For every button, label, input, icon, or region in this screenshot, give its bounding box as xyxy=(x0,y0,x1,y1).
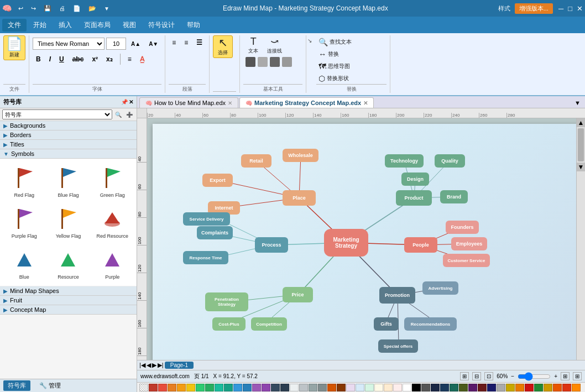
redo-btn[interactable]: ↪ xyxy=(28,4,39,13)
node-technology[interactable]: Technology xyxy=(385,154,424,168)
node-wholesale[interactable]: Wholesale xyxy=(283,149,318,162)
cs-24[interactable] xyxy=(365,384,374,391)
cs-44[interactable] xyxy=(553,384,562,391)
mind-map-btn[interactable]: 🗺 思维导图 xyxy=(316,61,352,72)
underline-btn[interactable]: U xyxy=(56,54,67,64)
font-grow-btn[interactable]: A▲ xyxy=(128,40,144,48)
cs-45[interactable] xyxy=(562,384,571,391)
cs-13[interactable] xyxy=(262,384,270,391)
cs-4[interactable] xyxy=(177,384,186,391)
cs-42[interactable] xyxy=(534,384,543,391)
select-tool-btn[interactable]: ↖ 选择 xyxy=(213,35,233,58)
sym-blue-shape[interactable]: Blue xyxy=(3,244,45,283)
cs-46[interactable] xyxy=(572,384,581,391)
list-btn[interactable]: ☰ xyxy=(193,38,206,48)
cs-20[interactable] xyxy=(327,384,336,391)
page-prev-btn[interactable]: ◀ xyxy=(147,362,151,369)
cs-38[interactable] xyxy=(497,384,505,391)
zoom-in-btn[interactable]: + xyxy=(554,373,557,379)
v-scroll-down[interactable]: ▼ xyxy=(577,163,585,171)
view-btn-2[interactable]: ⊟ xyxy=(472,372,481,380)
cs-22[interactable] xyxy=(346,384,355,391)
node-quality[interactable]: Quality xyxy=(435,154,465,168)
category-backgrounds[interactable]: ▶ Backgrounds xyxy=(0,121,137,130)
cs-41[interactable] xyxy=(525,384,534,391)
more-qa-btn[interactable]: ▼ xyxy=(101,4,113,13)
sym-red-flag[interactable]: Red Flag xyxy=(3,162,45,201)
v-scroll-thumb[interactable] xyxy=(578,128,584,161)
save-btn[interactable]: 💾 xyxy=(40,4,55,13)
font-shrink-btn[interactable]: A▼ xyxy=(145,40,161,48)
maximize-btn[interactable]: □ xyxy=(568,4,572,13)
cs-7[interactable] xyxy=(205,384,214,391)
cs-29[interactable] xyxy=(412,384,421,391)
connect-tool-btn[interactable]: ⤻ 连接线 xyxy=(264,35,284,56)
line-spacing-btn[interactable]: ≡ xyxy=(124,54,135,64)
close-btn[interactable]: ✕ xyxy=(577,4,583,13)
menu-file[interactable]: 文件 xyxy=(2,19,27,32)
cs-23[interactable] xyxy=(356,384,364,391)
menu-view[interactable]: 视图 xyxy=(117,19,142,32)
cs-33[interactable] xyxy=(450,384,458,391)
node-gifts[interactable]: Gifts xyxy=(374,317,399,331)
cs-11[interactable] xyxy=(243,384,252,391)
symbol-add-btn[interactable]: ➕ xyxy=(124,112,134,118)
panel-close-btn[interactable]: ✕ xyxy=(129,99,133,105)
node-promotion[interactable]: Promotion xyxy=(379,287,415,304)
category-fruit[interactable]: ▶ Fruit xyxy=(0,296,137,305)
align-center-btn[interactable]: ≡ xyxy=(181,38,191,48)
node-employees[interactable]: Employees xyxy=(451,237,487,250)
node-competition[interactable]: Competition xyxy=(251,317,287,331)
cs-32[interactable] xyxy=(440,384,449,391)
node-brand[interactable]: Brand xyxy=(440,190,468,203)
cs-2[interactable] xyxy=(158,384,167,391)
sym-lib-tab[interactable]: 符号库 xyxy=(3,380,30,391)
node-advertising[interactable]: Advertising xyxy=(422,281,458,295)
shape-light[interactable] xyxy=(258,57,268,67)
node-people[interactable]: People xyxy=(404,237,437,253)
node-penetration[interactable]: PenetrationStrategy xyxy=(205,292,248,311)
cs-31[interactable] xyxy=(431,384,440,391)
node-export[interactable]: Export xyxy=(202,174,233,187)
cs-14[interactable] xyxy=(271,384,280,391)
undo-btn[interactable]: ↩ xyxy=(15,4,27,13)
node-service-delivery[interactable]: Service Delivery xyxy=(183,212,230,226)
cs-25[interactable] xyxy=(374,384,383,391)
sym-yellow-flag[interactable]: Yellow Flag xyxy=(48,203,90,242)
node-retail[interactable]: Retail xyxy=(241,154,271,168)
cs-27[interactable] xyxy=(393,384,402,391)
tab-how-to-close[interactable]: ✕ xyxy=(228,100,232,106)
cs-34[interactable] xyxy=(459,384,468,391)
cs-16[interactable] xyxy=(290,384,299,391)
replace-btn[interactable]: ↔ 替换 xyxy=(316,49,341,60)
cs-17[interactable] xyxy=(299,384,308,391)
font-name-select[interactable]: Times New Roman Arial SimSun xyxy=(33,38,105,50)
cs-26[interactable] xyxy=(384,384,393,391)
menu-insert[interactable]: 插入 xyxy=(53,19,77,32)
menu-home[interactable]: 开始 xyxy=(28,19,52,32)
sym-resource-shape[interactable]: Resource xyxy=(48,244,90,283)
color-btn[interactable]: A̲ xyxy=(137,54,148,64)
shape-ext[interactable] xyxy=(282,57,292,67)
v-scroll-up[interactable]: ▲ xyxy=(577,118,585,127)
cs-8[interactable] xyxy=(215,384,223,391)
new-btn[interactable]: 📄 xyxy=(70,4,84,13)
cs-10[interactable] xyxy=(233,384,242,391)
node-complaints[interactable]: Complaints xyxy=(197,226,233,239)
fit-page-btn[interactable]: ⊞ xyxy=(561,372,570,380)
italic-btn[interactable]: I xyxy=(46,54,54,64)
cs-15[interactable] xyxy=(280,384,289,391)
shape-dark[interactable] xyxy=(246,57,255,67)
node-design[interactable]: Design xyxy=(401,173,429,186)
replace-shape-btn[interactable]: ⬡ 替换形状 xyxy=(316,73,351,84)
sym-manage-tab[interactable]: 🔧 管理 xyxy=(35,380,65,391)
tab-how-to[interactable]: 🧠 How to Use Mind Map.edx ✕ xyxy=(139,97,238,108)
expand-btn[interactable]: ↘ xyxy=(306,35,313,93)
zoom-out-btn[interactable]: − xyxy=(511,373,514,379)
right-scrollbar[interactable]: ▲ ▼ xyxy=(576,118,585,360)
page-first-btn[interactable]: |◀ xyxy=(139,362,145,369)
category-symbols[interactable]: ▼ Symbols xyxy=(0,149,137,159)
cs-6[interactable] xyxy=(196,384,205,391)
tab-marketing[interactable]: 🧠 Marketing Strategy Concept Map.edx ✕ xyxy=(239,97,374,108)
page-last-btn[interactable]: ▶| xyxy=(158,362,164,369)
